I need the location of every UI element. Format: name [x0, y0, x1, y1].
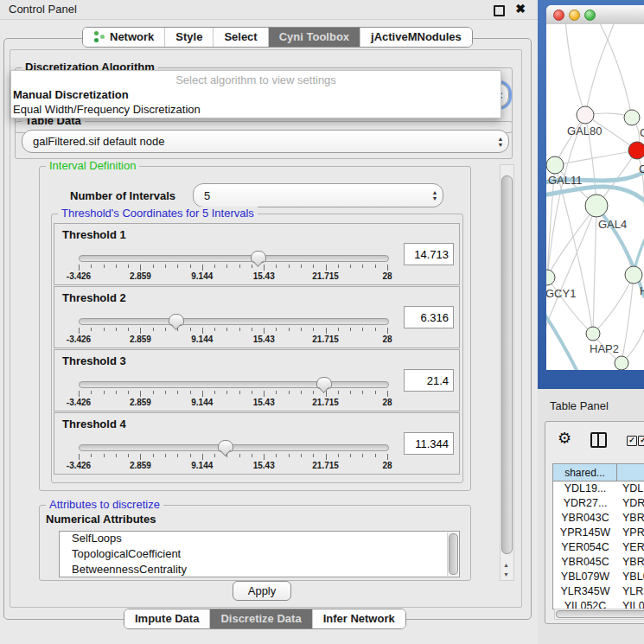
- scrollbar-thumb[interactable]: [501, 175, 513, 554]
- tab-cyni-toolbox[interactable]: Cyni Toolbox: [269, 28, 360, 47]
- scroll-down-icon[interactable]: ▼: [501, 571, 511, 579]
- checkbox-icon[interactable]: [627, 436, 637, 446]
- close-icon[interactable]: ✖: [515, 2, 526, 16]
- tick-label: 28: [382, 271, 392, 281]
- network-node[interactable]: [586, 327, 600, 341]
- table-cell: YPR145W: [553, 526, 617, 540]
- table-row[interactable]: YPR145WYPR1: [553, 526, 644, 540]
- gear-icon[interactable]: ⚙: [558, 429, 571, 448]
- table-horizontal-scrollbar[interactable]: [554, 609, 644, 620]
- network-canvas[interactable]: GAL80GCGAL11GAL4GCY1HHAP2: [546, 24, 644, 370]
- tab-jactivemnodules[interactable]: jActiveMNodules: [360, 28, 472, 47]
- table-data-combobox[interactable]: galFiltered.sif default node ▲▼: [22, 130, 509, 153]
- float-window-icon[interactable]: [494, 5, 505, 16]
- control-panel-titlebar: Control Panel ✖: [0, 0, 538, 20]
- table-cell: YBR0: [617, 555, 644, 570]
- table-row[interactable]: YDR27...YDR2: [553, 496, 644, 511]
- tick-label: 15.43: [253, 461, 275, 470]
- slider-thumb[interactable]: [251, 251, 266, 263]
- table-row[interactable]: YBL079WYBL0: [553, 570, 644, 584]
- apply-button[interactable]: Apply: [233, 581, 291, 601]
- threshold-label: Threshold 4: [62, 418, 126, 430]
- threshold-slider[interactable]: [79, 444, 389, 451]
- threshold-value-field[interactable]: [404, 369, 454, 392]
- attribute-list-item[interactable]: TopologicalCoefficient: [60, 547, 459, 563]
- tab-style[interactable]: Style: [165, 28, 214, 47]
- threshold-value-field[interactable]: [404, 306, 454, 328]
- dropdown-option[interactable]: Manual Discretization: [11, 87, 501, 102]
- node-label: C: [639, 163, 644, 175]
- table-data-group: Table Data galFiltered.sif default node …: [15, 121, 513, 159]
- network-window: GAL80GCGAL11GAL4GCY1HHAP2: [546, 5, 644, 370]
- attribute-list-item[interactable]: SelfLoops: [60, 532, 459, 547]
- bottom-tab-infer-network[interactable]: Infer Network: [313, 609, 405, 628]
- slider-thumb[interactable]: [218, 440, 233, 452]
- node-label: GAL11: [548, 174, 583, 187]
- table-column-header[interactable]: shared...: [553, 464, 617, 481]
- node-label: GAL4: [598, 218, 627, 231]
- scroll-up-icon[interactable]: ▲: [501, 561, 511, 570]
- checkbox-icon[interactable]: [638, 436, 644, 446]
- threshold-row: Threshold 1-3.4262.8599.14415.4321.71528: [54, 223, 460, 285]
- node-label: H: [640, 284, 644, 297]
- tick-label: 9.144: [191, 398, 213, 407]
- tick-label: 2.859: [130, 271, 151, 281]
- threshold-label: Threshold 3: [62, 354, 126, 367]
- table-row[interactable]: YDL19...YDL1: [553, 481, 644, 496]
- tick-label: 21.715: [312, 271, 339, 281]
- tick-label: -3.426: [67, 335, 91, 344]
- panel-scrollbar[interactable]: ▲ ▼: [500, 164, 514, 581]
- number-of-intervals-combobox[interactable]: 5 ▲▼: [193, 183, 443, 207]
- threshold-label: Threshold 2: [62, 291, 126, 304]
- table-row[interactable]: YLR345WYLR3: [553, 584, 644, 599]
- bottom-tab-impute-data[interactable]: Impute Data: [124, 609, 210, 628]
- threshold-value-field[interactable]: [404, 243, 454, 265]
- threshold-value-field[interactable]: [404, 432, 454, 455]
- tick-label: -3.426: [67, 398, 91, 407]
- table-cell: YER0: [617, 540, 644, 555]
- network-node[interactable]: [624, 110, 640, 125]
- slider-tick-labels: -3.4262.8599.14415.4321.71528: [79, 398, 387, 408]
- tab-select[interactable]: Select: [214, 28, 268, 47]
- network-graph: GAL80GCGAL11GAL4GCY1HHAP2: [546, 24, 644, 370]
- bottom-tab-discretize-data[interactable]: Discretize Data: [210, 609, 312, 628]
- network-edge: [598, 24, 632, 118]
- mac-minimize-button[interactable]: [569, 10, 580, 21]
- threshold-slider[interactable]: [79, 381, 389, 388]
- tick-label: 21.715: [312, 335, 339, 344]
- network-node[interactable]: [585, 194, 608, 217]
- list-scrollbar[interactable]: [447, 532, 458, 576]
- dropdown-hint: Select algorithm to view settings: [11, 71, 501, 87]
- dropdown-option[interactable]: Equal Width/Frequency Discretization: [11, 102, 501, 117]
- table-cell: YBR045C: [553, 555, 617, 570]
- network-node[interactable]: [546, 156, 564, 174]
- network-window-frame: GAL80GCGAL11GAL4GCY1HHAP2: [538, 0, 644, 389]
- mac-close-button[interactable]: [553, 10, 564, 21]
- threshold-slider[interactable]: [79, 318, 389, 325]
- network-node[interactable]: [628, 142, 644, 159]
- tick-label: 28: [382, 461, 392, 470]
- network-node[interactable]: [546, 270, 555, 285]
- table-column-header[interactable]: n...: [617, 464, 644, 481]
- slider-thumb[interactable]: [169, 314, 184, 326]
- tick-label: 9.144: [191, 461, 213, 470]
- attribute-list-item[interactable]: BetweennessCentrality: [60, 563, 459, 577]
- tick-label: 28: [382, 398, 392, 407]
- tick-label: 15.43: [253, 335, 275, 344]
- table-row[interactable]: YER054CYER0: [553, 540, 644, 555]
- network-node[interactable]: [615, 356, 628, 370]
- table-row[interactable]: YBR045CYBR0: [553, 555, 644, 570]
- table-row[interactable]: YBR043CYBR0: [553, 511, 644, 526]
- slider-thumb[interactable]: [316, 377, 332, 389]
- mac-zoom-button[interactable]: [584, 10, 596, 21]
- network-edge: [565, 24, 585, 115]
- combo-arrows-icon: ▲▼: [427, 189, 443, 201]
- attributes-listbox[interactable]: SelfLoopsTopologicalCoefficientBetweenne…: [59, 531, 460, 577]
- table-cell: YLR345W: [553, 584, 617, 599]
- column-split-icon[interactable]: [590, 432, 607, 448]
- network-node[interactable]: [625, 266, 642, 284]
- threshold-slider[interactable]: [79, 255, 389, 262]
- node-table: shared...n... YDL19...YDL1YDR27...YDR2YB…: [552, 463, 644, 609]
- tab-network[interactable]: Network: [83, 28, 165, 47]
- network-node[interactable]: [577, 106, 594, 124]
